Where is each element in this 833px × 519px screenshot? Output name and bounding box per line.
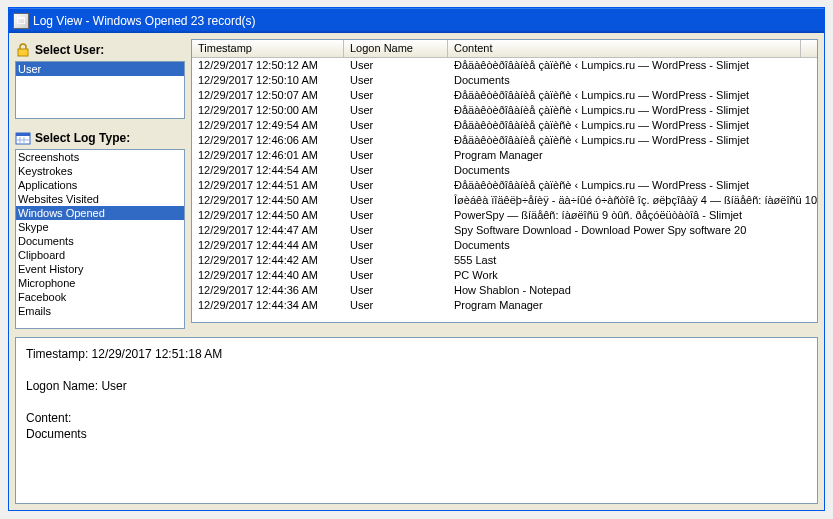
logtype-item[interactable]: Windows Opened [16,206,184,220]
cell-timestamp: 12/29/2017 12:44:34 AM [192,298,344,313]
logtype-item[interactable]: Emails [16,304,184,318]
lock-icon [15,43,31,57]
table-row[interactable]: 12/29/2017 12:44:50 AMUserPowerSpy — ßíä… [192,208,817,223]
cell-content: Îøèáêà ïîäêëþ÷åíèÿ - äà÷íûé ó÷àñòîê îç. … [448,193,817,208]
logtype-item[interactable]: Skype [16,220,184,234]
cell-content: Ðåäàêòèðîâàíèå çàïèñè ‹ Lumpics.ru — Wor… [448,133,817,148]
cell-content: Spy Software Download - Download Power S… [448,223,817,238]
cell-content: Documents [448,163,817,178]
detail-content: Content:Documents [26,410,807,442]
client-area: Select User: User Select Log Type: Scree… [9,33,824,510]
cell-timestamp: 12/29/2017 12:46:01 AM [192,148,344,163]
cell-logon: User [344,208,448,223]
cell-logon: User [344,268,448,283]
table-row[interactable]: 12/29/2017 12:44:50 AMUserÎøèáêà ïîäêëþ÷… [192,193,817,208]
table-row[interactable]: 12/29/2017 12:44:47 AMUserSpy Software D… [192,223,817,238]
cell-logon: User [344,88,448,103]
logtype-item[interactable]: Applications [16,178,184,192]
logtype-item[interactable]: Screenshots [16,150,184,164]
logtype-item[interactable]: Websites Visited [16,192,184,206]
cell-content: Ðåäàêòèðîâàíèå çàïèñè ‹ Lumpics.ru — Wor… [448,103,817,118]
logtype-item[interactable]: Event History [16,262,184,276]
cell-content: Documents [448,238,817,253]
table-row[interactable]: 12/29/2017 12:50:00 AMUserÐåäàêòèðîâàíèå… [192,103,817,118]
cell-timestamp: 12/29/2017 12:44:40 AM [192,268,344,283]
window-title: Log View - Windows Opened 23 record(s) [33,14,256,28]
cell-timestamp: 12/29/2017 12:44:50 AM [192,193,344,208]
select-user-label: Select User: [35,43,104,57]
cell-logon: User [344,118,448,133]
user-item[interactable]: User [16,62,184,76]
cell-timestamp: 12/29/2017 12:44:54 AM [192,163,344,178]
table-row[interactable]: 12/29/2017 12:44:34 AMUserProgram Manage… [192,298,817,313]
cell-content: How Shablon - Notepad [448,283,817,298]
table-row[interactable]: 12/29/2017 12:44:40 AMUserPC Work [192,268,817,283]
cell-timestamp: 12/29/2017 12:50:12 AM [192,58,344,73]
logtype-item[interactable]: Microphone [16,276,184,290]
cell-logon: User [344,163,448,178]
user-listbox[interactable]: User [15,61,185,119]
cell-timestamp: 12/29/2017 12:44:44 AM [192,238,344,253]
detail-logon: Logon Name: User [26,378,807,394]
select-user-header: Select User: [15,41,185,59]
table-row[interactable]: 12/29/2017 12:44:51 AMUserÐåäàêòèðîâàíèå… [192,178,817,193]
listview-header: Timestamp Logon Name Content [192,40,817,58]
table-row[interactable]: 12/29/2017 12:44:44 AMUserDocuments [192,238,817,253]
table-row[interactable]: 12/29/2017 12:50:07 AMUserÐåäàêòèðîâàíèå… [192,88,817,103]
table-row[interactable]: 12/29/2017 12:44:54 AMUserDocuments [192,163,817,178]
listview-body[interactable]: 12/29/2017 12:50:12 AMUserÐåäàêòèðîâàíèå… [192,58,817,322]
cell-content: Ðåäàêòèðîâàíèå çàïèñè ‹ Lumpics.ru — Wor… [448,118,817,133]
svg-rect-2 [16,133,30,136]
cell-logon: User [344,298,448,313]
cell-logon: User [344,283,448,298]
cell-timestamp: 12/29/2017 12:50:00 AM [192,103,344,118]
logtype-item[interactable]: Facebook [16,290,184,304]
app-icon: 🗔 [13,13,29,29]
logtype-item[interactable]: Clipboard [16,248,184,262]
column-header-timestamp[interactable]: Timestamp [192,40,344,57]
logtype-item[interactable]: Documents [16,234,184,248]
table-row[interactable]: 12/29/2017 12:50:10 AMUserDocuments [192,73,817,88]
select-logtype-header: Select Log Type: [15,129,185,147]
cell-content: Ðåäàêòèðîâàíèå çàïèñè ‹ Lumpics.ru — Wor… [448,88,817,103]
logtype-listbox[interactable]: ScreenshotsKeystrokesApplicationsWebsite… [15,149,185,329]
cell-logon: User [344,223,448,238]
cell-content: Program Manager [448,148,817,163]
records-listview[interactable]: Timestamp Logon Name Content 12/29/2017 … [191,39,818,323]
table-row[interactable]: 12/29/2017 12:46:06 AMUserÐåäàêòèðîâàíèå… [192,133,817,148]
log-view-window: 🗔 Log View - Windows Opened 23 record(s)… [8,8,825,511]
titlebar[interactable]: 🗔 Log View - Windows Opened 23 record(s) [8,7,825,33]
cell-timestamp: 12/29/2017 12:44:42 AM [192,253,344,268]
cell-timestamp: 12/29/2017 12:44:47 AM [192,223,344,238]
cell-content: 555 Last [448,253,817,268]
cell-timestamp: 12/29/2017 12:44:36 AM [192,283,344,298]
column-header-logon[interactable]: Logon Name [344,40,448,57]
cell-content: PowerSpy — ßíäåêñ: íàøëîñü 9 òûñ. ðåçóëü… [448,208,817,223]
table-row[interactable]: 12/29/2017 12:46:01 AMUserProgram Manage… [192,148,817,163]
table-row[interactable]: 12/29/2017 12:44:36 AMUserHow Shablon - … [192,283,817,298]
cell-logon: User [344,238,448,253]
cell-timestamp: 12/29/2017 12:46:06 AM [192,133,344,148]
cell-timestamp: 12/29/2017 12:50:10 AM [192,73,344,88]
svg-rect-0 [18,49,28,56]
cell-timestamp: 12/29/2017 12:49:54 AM [192,118,344,133]
select-logtype-label: Select Log Type: [35,131,130,145]
column-header-content[interactable]: Content [448,40,801,57]
cell-content: Program Manager [448,298,817,313]
cell-content: Documents [448,73,817,88]
logtype-item[interactable]: Keystrokes [16,164,184,178]
calendar-icon [15,131,31,145]
cell-content: PC Work [448,268,817,283]
cell-timestamp: 12/29/2017 12:44:50 AM [192,208,344,223]
cell-content: Ðåäàêòèðîâàíèå çàïèñè ‹ Lumpics.ru — Wor… [448,58,817,73]
cell-timestamp: 12/29/2017 12:50:07 AM [192,88,344,103]
detail-panel: Timestamp: 12/29/2017 12:51:18 AM Logon … [15,337,818,504]
cell-timestamp: 12/29/2017 12:44:51 AM [192,178,344,193]
cell-logon: User [344,103,448,118]
cell-logon: User [344,58,448,73]
table-row[interactable]: 12/29/2017 12:44:42 AMUser555 Last [192,253,817,268]
table-row[interactable]: 12/29/2017 12:49:54 AMUserÐåäàêòèðîâàíèå… [192,118,817,133]
cell-logon: User [344,193,448,208]
cell-logon: User [344,133,448,148]
table-row[interactable]: 12/29/2017 12:50:12 AMUserÐåäàêòèðîâàíèå… [192,58,817,73]
